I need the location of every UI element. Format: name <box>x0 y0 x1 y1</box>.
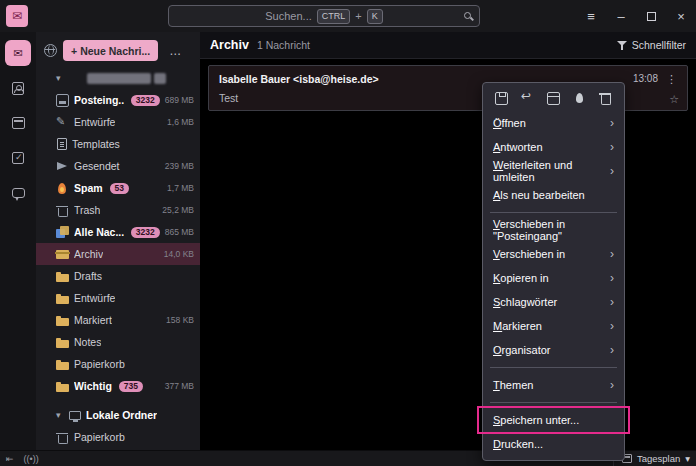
folder-label: Alle Nac... <box>74 226 124 238</box>
junk-icon[interactable] <box>573 92 586 105</box>
folder-row[interactable]: ▾ Markiert 158 KB <box>36 309 200 331</box>
menu-item[interactable]: Öffnen › <box>483 111 624 135</box>
quick-filter-toggle[interactable]: Schnellfilter <box>617 39 686 51</box>
folder-row[interactable]: ▾ Templates <box>36 133 200 155</box>
folder-row[interactable]: ▾ Drafts <box>36 265 200 287</box>
submenu-arrow-icon: › <box>610 116 614 130</box>
folder-row[interactable]: ▾ Gesendet 239 MB <box>36 155 200 177</box>
collapse-rail-icon[interactable]: ⇤ <box>6 454 14 464</box>
more-options-icon[interactable]: ⋮ <box>666 73 677 86</box>
rail-mail-button[interactable]: ✉ <box>5 40 31 66</box>
folder-row[interactable]: ▾ Lokale Ordner <box>36 404 200 426</box>
menu-item-label: Als neu bearbeiten <box>493 189 585 201</box>
menu-item[interactable]: Verschieben in › <box>483 242 624 266</box>
folder-row[interactable]: ▾ Papierkorb <box>36 353 200 375</box>
planner-label: Tagesplan <box>637 453 680 464</box>
menu-item[interactable]: › <box>484 362 623 373</box>
folder-icon <box>56 204 69 217</box>
maximize-button[interactable] <box>636 0 666 32</box>
folder-row[interactable]: ▾ Notes <box>36 331 200 353</box>
sidebar-header: + Neue Nachri... … <box>36 32 200 67</box>
submenu-arrow-icon: › <box>610 164 614 178</box>
folder-icon <box>56 182 69 195</box>
folder-row[interactable]: ▾ Entwürfe 1,6 MB <box>36 111 200 133</box>
submenu-arrow-icon: › <box>610 378 614 392</box>
menu-item-label: Öffnen <box>493 117 526 129</box>
folder-row[interactable]: ▾ Papierkorb <box>36 426 200 448</box>
menu-item[interactable]: Drucken... › <box>483 432 624 456</box>
chat-icon <box>12 188 25 198</box>
chevron-down-icon: ▾ <box>56 73 64 83</box>
menu-item[interactable]: Schlagwörter › <box>483 290 624 314</box>
search-icon <box>464 12 471 19</box>
unread-badge: 53 <box>110 183 129 194</box>
message-list-header: Archiv 1 Nachricht Schnellfilter <box>200 32 696 59</box>
folder-icon <box>56 248 69 261</box>
rail-calendar-button[interactable] <box>5 110 31 136</box>
folder-icon <box>56 314 69 327</box>
rail-tasks-button[interactable] <box>5 145 31 171</box>
folder-size: 158 KB <box>166 315 194 325</box>
folder-row[interactable]: ▾ Wichtig 735 377 MB <box>36 375 200 397</box>
folder-row[interactable]: ▾ Entwürfe <box>36 287 200 309</box>
folder-sidebar: + Neue Nachri... … ▾ ▾ <box>36 32 200 450</box>
folder-label: Drafts <box>74 270 102 282</box>
window-controls: ≡ – × <box>576 0 696 32</box>
menu-item[interactable]: Verschieben in "Posteingang" › <box>483 218 624 242</box>
menu-item[interactable]: › <box>484 207 623 218</box>
menu-item-label: Markieren <box>493 320 542 332</box>
menu-item[interactable]: Themen › <box>483 373 624 397</box>
message-sender: Isabelle Bauer <isba@heise.de> <box>219 73 379 85</box>
menu-item[interactable]: Kopieren in › <box>483 266 624 290</box>
menu-item-label: Verschieben in <box>493 248 565 260</box>
new-message-button[interactable]: + Neue Nachri... <box>63 40 158 61</box>
folder-size: 1,7 MB <box>167 183 194 193</box>
rail-addressbook-button[interactable] <box>5 75 31 101</box>
reply-icon[interactable] <box>521 92 534 105</box>
k-keycap: K <box>367 9 383 24</box>
account-globe-icon <box>44 44 57 57</box>
submenu-arrow-icon: › <box>610 295 614 309</box>
menu-item[interactable]: Organisator › <box>483 338 624 362</box>
new-message-label: Neue Nachri... <box>80 45 150 57</box>
folder-icon <box>56 292 69 305</box>
app-menu-button[interactable]: ≡ <box>576 0 606 32</box>
menu-item[interactable]: Als neu bearbeiten › <box>483 183 624 207</box>
submenu-arrow-icon: › <box>610 343 614 357</box>
menu-item[interactable]: Speichern unter... › <box>483 408 624 432</box>
folder-row[interactable]: ▾ Alle Nac... 3232 865 MB <box>36 221 200 243</box>
menu-item[interactable]: Antworten › <box>483 135 624 159</box>
folder-label: Entwürfe <box>74 292 115 304</box>
folder-label: Spam <box>74 182 103 194</box>
folder-size: 1,6 MB <box>167 117 194 127</box>
menu-item-label: Schlagwörter <box>493 296 557 308</box>
delete-icon[interactable] <box>599 92 612 105</box>
titlebar: ✉ Suchen... CTRL + K ≡ – × <box>0 0 696 32</box>
activity-icon[interactable]: ((•)) <box>24 454 39 464</box>
archive-icon[interactable] <box>547 92 560 105</box>
folder-icon <box>69 72 82 85</box>
minimize-button[interactable]: – <box>606 0 636 32</box>
folder-icon <box>56 116 69 129</box>
search-placeholder: Suchen... <box>265 10 311 22</box>
menu-item-label: Organisator <box>493 344 550 356</box>
chevron-down-icon: ▾ <box>56 410 64 420</box>
menu-item[interactable]: Weiterleiten und umleiten › <box>483 159 624 183</box>
folder-row[interactable]: ▾ Trash 25,2 MB <box>36 199 200 221</box>
folder-row[interactable]: ▾ <box>36 67 200 89</box>
folder-row[interactable]: ▾ Spam 53 1,7 MB <box>36 177 200 199</box>
global-search-input[interactable]: Suchen... CTRL + K <box>168 5 480 27</box>
rail-chat-button[interactable] <box>5 180 31 206</box>
unread-badge: 3232 <box>131 95 160 106</box>
menu-item[interactable]: Markieren › <box>483 314 624 338</box>
folder-row[interactable]: ▾ Archiv 14,0 KB <box>36 243 200 265</box>
menu-item[interactable]: › <box>484 397 623 408</box>
close-button[interactable]: × <box>666 0 696 32</box>
star-icon[interactable]: ☆ <box>669 93 679 106</box>
folder-row[interactable]: ▾ Posteing... 3232 689 MB <box>36 89 200 111</box>
folder-label: Gesendet <box>74 160 120 172</box>
folder-label: Templates <box>72 138 120 150</box>
save-icon[interactable] <box>495 92 508 105</box>
folder-icon <box>56 226 69 239</box>
sidebar-more-button[interactable]: … <box>164 44 187 58</box>
